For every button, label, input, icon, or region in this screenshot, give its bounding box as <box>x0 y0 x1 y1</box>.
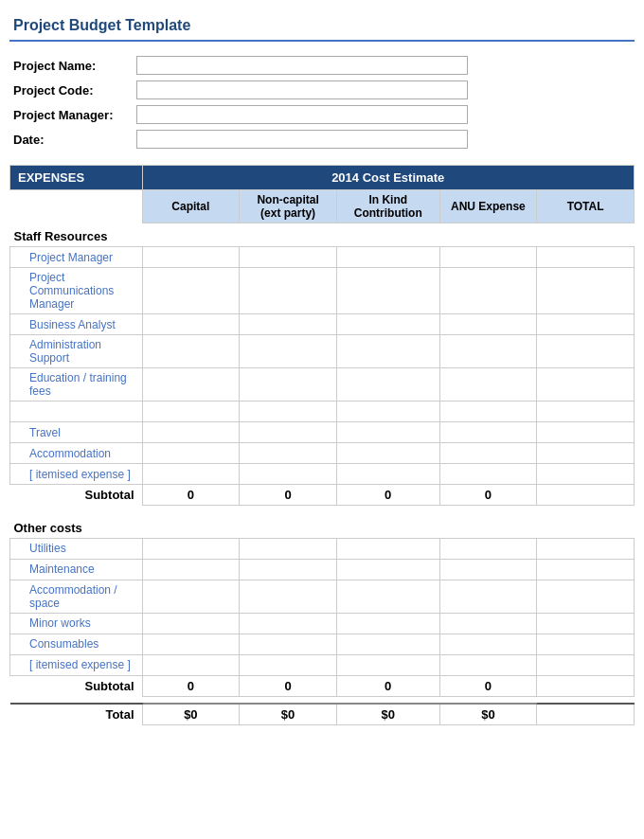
itemised-other-inkind[interactable] <box>336 654 439 675</box>
item-maintenance: Maintenance <box>10 559 143 580</box>
itemised-other-total[interactable] <box>537 654 635 675</box>
maint-anu[interactable] <box>439 559 537 580</box>
minor-total[interactable] <box>537 613 635 634</box>
other-subtotal-noncapital: 0 <box>240 675 337 696</box>
edu-inkind[interactable] <box>336 368 439 402</box>
col-total: TOTAL <box>537 190 635 223</box>
minor-noncapital[interactable] <box>240 613 337 634</box>
col-anu: ANU Expense <box>439 190 537 223</box>
acc-space-noncapital[interactable] <box>240 580 337 613</box>
list-item: Project Manager <box>10 247 635 268</box>
item-edu-fees: Education / training fees <box>10 368 143 402</box>
acc-anu[interactable] <box>439 443 537 464</box>
util-anu[interactable] <box>439 538 537 559</box>
ba-anu[interactable] <box>439 314 537 335</box>
item-accommodation: Accommodation <box>10 443 143 464</box>
item-comms-manager: Project Communications Manager <box>10 268 143 314</box>
itemised-staff-total[interactable] <box>537 464 635 485</box>
ba-noncapital[interactable] <box>240 314 337 335</box>
acc-space-anu[interactable] <box>439 580 537 613</box>
comms-capital[interactable] <box>142 268 240 314</box>
admin-noncapital[interactable] <box>240 335 337 368</box>
travel-capital[interactable] <box>142 422 240 443</box>
ba-inkind[interactable] <box>336 314 439 335</box>
project-code-input[interactable] <box>136 80 468 99</box>
itemised-other-noncapital[interactable] <box>240 654 337 675</box>
ba-total[interactable] <box>537 314 635 335</box>
item-consumables: Consumables <box>10 634 143 654</box>
other-subtotal-inkind: 0 <box>336 675 439 696</box>
itemised-other-capital[interactable] <box>142 654 240 675</box>
item-project-manager: Project Manager <box>10 247 143 268</box>
total-label: Total <box>10 704 143 725</box>
itemised-staff-capital[interactable] <box>142 464 240 485</box>
list-item: Utilities <box>10 538 635 559</box>
acc-capital[interactable] <box>142 443 240 464</box>
acc-space-capital[interactable] <box>142 580 240 613</box>
util-noncapital[interactable] <box>240 538 337 559</box>
total-spacer <box>10 696 635 704</box>
admin-inkind[interactable] <box>336 335 439 368</box>
util-inkind[interactable] <box>336 538 439 559</box>
acc-inkind[interactable] <box>336 443 439 464</box>
util-total[interactable] <box>537 538 635 559</box>
expenses-table: EXPENSES 2014 Cost Estimate Capital Non-… <box>9 165 635 725</box>
acc-noncapital[interactable] <box>240 443 337 464</box>
cons-inkind[interactable] <box>336 634 439 654</box>
minor-inkind[interactable] <box>336 613 439 634</box>
list-item: Minor works <box>10 613 635 634</box>
cons-anu[interactable] <box>439 634 537 654</box>
itemised-staff-inkind[interactable] <box>336 464 439 485</box>
util-capital[interactable] <box>142 538 240 559</box>
staff-subtotal-total <box>537 485 635 506</box>
admin-total[interactable] <box>537 335 635 368</box>
comms-inkind[interactable] <box>336 268 439 314</box>
comms-anu[interactable] <box>439 268 537 314</box>
acc-space-inkind[interactable] <box>336 580 439 613</box>
date-label: Date: <box>9 127 133 152</box>
itemised-staff-noncapital[interactable] <box>240 464 337 485</box>
itemised-other-anu[interactable] <box>439 654 537 675</box>
date-input[interactable] <box>136 130 468 149</box>
list-item: Consumables <box>10 634 635 654</box>
admin-anu[interactable] <box>439 335 537 368</box>
edu-noncapital[interactable] <box>240 368 337 402</box>
pm-anu[interactable] <box>439 247 537 268</box>
project-name-input[interactable] <box>136 56 468 75</box>
ba-capital[interactable] <box>142 314 240 335</box>
travel-inkind[interactable] <box>336 422 439 443</box>
travel-noncapital[interactable] <box>240 422 337 443</box>
edu-capital[interactable] <box>142 368 240 402</box>
staff-subtotal-row: Subtotal 0 0 0 0 <box>10 485 635 506</box>
acc-total[interactable] <box>537 443 635 464</box>
total-inkind: $0 <box>336 704 439 725</box>
list-item: [ itemised expense ] <box>10 654 635 675</box>
pm-total[interactable] <box>537 247 635 268</box>
itemised-staff-anu[interactable] <box>439 464 537 485</box>
total-capital: $0 <box>142 704 240 725</box>
maint-capital[interactable] <box>142 559 240 580</box>
cons-noncapital[interactable] <box>240 634 337 654</box>
comms-noncapital[interactable] <box>240 268 337 314</box>
travel-anu[interactable] <box>439 422 537 443</box>
acc-space-total[interactable] <box>537 580 635 613</box>
other-subtotal-row: Subtotal 0 0 0 0 <box>10 675 635 696</box>
admin-capital[interactable] <box>142 335 240 368</box>
pm-capital[interactable] <box>142 247 240 268</box>
comms-total[interactable] <box>537 268 635 314</box>
edu-anu[interactable] <box>439 368 537 402</box>
cons-total[interactable] <box>537 634 635 654</box>
item-travel: Travel <box>10 422 143 443</box>
maint-inkind[interactable] <box>336 559 439 580</box>
travel-total[interactable] <box>537 422 635 443</box>
cons-capital[interactable] <box>142 634 240 654</box>
minor-capital[interactable] <box>142 613 240 634</box>
pm-noncapital[interactable] <box>240 247 337 268</box>
maint-noncapital[interactable] <box>240 559 337 580</box>
minor-anu[interactable] <box>439 613 537 634</box>
edu-total[interactable] <box>537 368 635 402</box>
pm-inkind[interactable] <box>336 247 439 268</box>
project-manager-input[interactable] <box>136 105 468 124</box>
maint-total[interactable] <box>537 559 635 580</box>
other-costs-label: Other costs <box>10 515 635 539</box>
